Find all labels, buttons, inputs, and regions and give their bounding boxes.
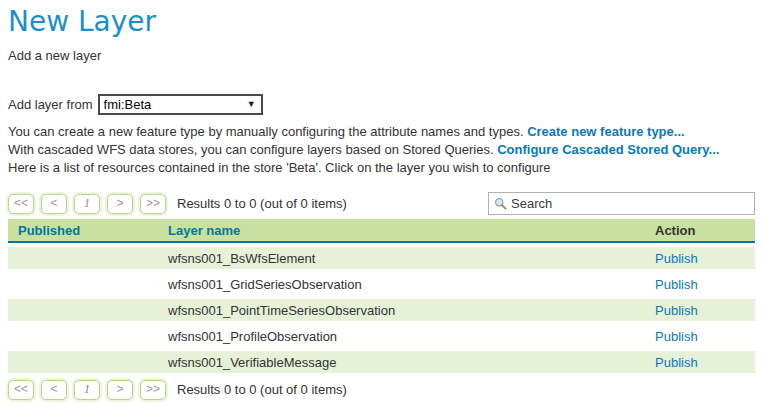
publish-link[interactable]: Publish <box>655 277 698 292</box>
layer-table: Published Layer name Action wfsns001_BsW… <box>8 219 755 373</box>
store-select[interactable]: fmi:Beta ▼ <box>98 94 263 115</box>
current-page-button[interactable]: 1 <box>74 380 100 400</box>
results-count: Results 0 to 0 (out of 0 items) <box>177 196 347 211</box>
store-chooser: Add layer from fmi:Beta ▼ <box>8 93 755 115</box>
header-layer-name: Layer name <box>168 223 655 238</box>
description-line-2: With cascaded WFS data stores, you can c… <box>8 141 755 159</box>
publish-link[interactable]: Publish <box>655 355 698 370</box>
action-cell: Publish <box>655 329 755 344</box>
table-row: wfsns001_VerifiableMessage Publish <box>8 351 755 373</box>
last-page-button[interactable]: >> <box>140 380 166 400</box>
layer-name-cell: wfsns001_PointTimeSeriesObservation <box>168 303 655 318</box>
search-input[interactable] <box>511 194 754 213</box>
page-title: New Layer <box>8 5 755 39</box>
action-cell: Publish <box>655 303 755 318</box>
publish-link[interactable]: Publish <box>655 251 698 266</box>
search-box <box>488 192 755 215</box>
layer-name-cell: wfsns001_ProfileObservation <box>168 329 655 344</box>
current-page-button[interactable]: 1 <box>74 194 100 214</box>
table-header-row: Published Layer name Action <box>8 219 755 243</box>
description-line-3: Here is a list of resources contained in… <box>8 159 755 177</box>
first-page-button[interactable]: << <box>8 194 34 214</box>
results-count: Results 0 to 0 (out of 0 items) <box>177 382 347 397</box>
prev-page-button[interactable]: < <box>41 380 67 400</box>
sort-layer-name-link[interactable]: Layer name <box>168 223 240 238</box>
sort-published-link[interactable]: Published <box>18 223 80 238</box>
description: You can create a new feature type by man… <box>8 123 755 177</box>
publish-link[interactable]: Publish <box>655 303 698 318</box>
table-row: wfsns001_ProfileObservation Publish <box>8 325 755 347</box>
header-published: Published <box>8 223 168 238</box>
description-line-1: You can create a new feature type by man… <box>8 123 755 141</box>
chevron-down-icon: ▼ <box>247 100 256 109</box>
layer-name-cell: wfsns001_VerifiableMessage <box>168 355 655 370</box>
next-page-button[interactable]: > <box>107 380 133 400</box>
table-row: wfsns001_PointTimeSeriesObservation Publ… <box>8 299 755 321</box>
layer-name-cell: wfsns001_GridSeriesObservation <box>168 277 655 292</box>
create-new-feature-type-link[interactable]: Create new feature type... <box>527 124 685 139</box>
page-subtitle: Add a new layer <box>8 48 755 63</box>
header-action: Action <box>655 223 755 238</box>
action-cell: Publish <box>655 355 755 370</box>
bottom-pager-row: << < 1 > >> Results 0 to 0 (out of 0 ite… <box>8 378 755 401</box>
last-page-button[interactable]: >> <box>140 194 166 214</box>
table-row: wfsns001_GridSeriesObservation Publish <box>8 273 755 295</box>
store-chooser-label: Add layer from <box>8 97 93 112</box>
publish-link[interactable]: Publish <box>655 329 698 344</box>
store-select-value: fmi:Beta <box>104 97 152 112</box>
layer-name-cell: wfsns001_BsWfsElement <box>168 251 655 266</box>
description-text-2: With cascaded WFS data stores, you can c… <box>8 142 497 157</box>
action-cell: Publish <box>655 251 755 266</box>
next-page-button[interactable]: > <box>107 194 133 214</box>
pager-bottom: << < 1 > >> Results 0 to 0 (out of 0 ite… <box>8 378 755 401</box>
description-text-1: You can create a new feature type by man… <box>8 124 527 139</box>
top-pager-row: << < 1 > >> Results 0 to 0 (out of 0 ite… <box>8 192 755 215</box>
configure-cascaded-stored-query-link[interactable]: Configure Cascaded Stored Query... <box>497 142 719 157</box>
search-icon <box>494 197 507 210</box>
action-cell: Publish <box>655 277 755 292</box>
first-page-button[interactable]: << <box>8 380 34 400</box>
prev-page-button[interactable]: < <box>41 194 67 214</box>
table-row: wfsns001_BsWfsElement Publish <box>8 247 755 269</box>
